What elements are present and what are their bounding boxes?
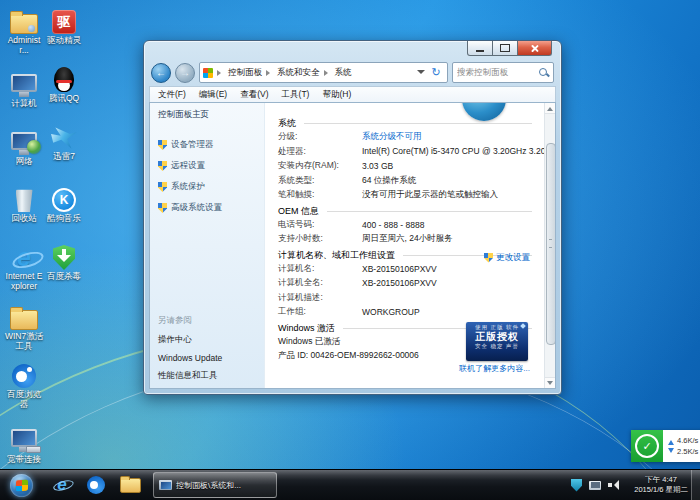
minimize-button[interactable]	[467, 41, 493, 56]
info-value: 64 位操作系统	[362, 175, 416, 187]
desktop-icon-kugou[interactable]: K 酷狗音乐	[44, 182, 84, 224]
sidebar-item-performance-tools[interactable]: 性能信息和工具	[158, 370, 222, 382]
desktop-icon-label: Internet Explorer	[4, 272, 44, 291]
breadcrumb-system[interactable]: 系统	[332, 67, 355, 79]
info-value: XB-20150106PXVV	[362, 278, 437, 288]
desktop-icon-internet-explorer[interactable]: e Internet Explorer	[4, 240, 44, 291]
sidebar-item-action-center[interactable]: 操作中心	[158, 334, 222, 346]
rating-link[interactable]: 系统分级不可用	[362, 131, 422, 143]
sidebar-item-advanced-settings[interactable]: 高级系统设置	[158, 202, 264, 214]
info-row: 处理器:Intel(R) Core(TM) i5-3470 CPU @ 3.20…	[278, 145, 532, 160]
info-row: 计算机全名:XB-20150106PXVV	[278, 276, 532, 291]
taskbar-explorer-button[interactable]	[113, 472, 147, 498]
refresh-button[interactable]: ↻	[428, 65, 444, 80]
sidebar-item-label: 设备管理器	[171, 139, 214, 151]
desktop-icon-recycle-bin[interactable]: 回收站	[4, 182, 44, 224]
menu-tools[interactable]: 工具(T)	[282, 89, 310, 101]
menu-edit[interactable]: 编辑(E)	[199, 89, 227, 101]
search-input[interactable]: 搜索控制面板	[452, 62, 554, 83]
genuine-windows-badge[interactable]: 使用 正版 软件 正版授权 安全 稳定 声誉	[466, 322, 528, 361]
info-label: 计算机全名:	[278, 277, 362, 289]
info-value: WORKGROUP	[362, 307, 420, 317]
desktop-icon-administrator[interactable]: Administr...	[4, 4, 44, 55]
show-desktop-button[interactable]	[691, 470, 700, 500]
tray-shield-icon[interactable]	[571, 479, 582, 492]
scrollbar[interactable]	[544, 103, 555, 388]
back-button[interactable]: ←	[151, 63, 171, 83]
learn-more-link[interactable]: 联机了解更多内容...	[459, 363, 530, 374]
menu-help[interactable]: 帮助(H)	[322, 89, 351, 101]
search-icon[interactable]	[539, 68, 549, 78]
close-button[interactable]	[518, 41, 552, 56]
security-ok-icon[interactable]: ✓	[631, 430, 663, 462]
desktop-icon-label: Administr...	[4, 36, 44, 55]
info-row: 安装内存(RAM):3.03 GB	[278, 159, 532, 174]
sidebar-item-control-panel-home[interactable]: 控制面板主页	[158, 109, 264, 121]
scroll-down-button[interactable]	[545, 377, 555, 388]
sidebar-item-device-manager[interactable]: 设备管理器	[158, 139, 264, 151]
tray-volume-icon[interactable]	[608, 480, 620, 491]
section-system: 系统 分级:系统分级不可用 处理器:Intel(R) Core(TM) i5-3…	[278, 117, 532, 203]
taskbar-clock[interactable]: 下午 4:47 2015/1/6 星期二	[634, 470, 688, 500]
clock-date: 2015/1/6 星期二	[634, 485, 688, 495]
window-body: 控制面板主页 设备管理器 远程设置 系统保护 高级系统设置 另请参阅 操作中心 …	[149, 102, 556, 389]
recycle-bin-icon	[16, 189, 33, 212]
menu-view[interactable]: 查看(V)	[240, 89, 268, 101]
ie-icon: e	[17, 245, 31, 270]
sidebar-item-system-protection[interactable]: 系统保护	[158, 181, 264, 193]
maximize-button[interactable]	[493, 41, 518, 56]
desktop-icon-qq[interactable]: 腾讯QQ	[44, 62, 84, 104]
info-row: 系统类型:64 位操作系统	[278, 174, 532, 189]
desktop-icon-network[interactable]: 网络	[4, 120, 44, 167]
taskbar-active-window-button[interactable]: 控制面板\系统和...	[153, 472, 277, 498]
tray-network-icon[interactable]	[589, 481, 601, 490]
info-label: 计算机描述:	[278, 292, 362, 304]
info-label: 工作组:	[278, 306, 362, 318]
desktop-icon-qudongjingling[interactable]: 驱 驱动精灵	[44, 4, 84, 46]
desktop-icon-label: 计算机	[4, 99, 44, 109]
desktop-icon-win7-activator[interactable]: WIN7激活工具	[4, 300, 44, 351]
system-window-icon	[159, 480, 172, 490]
green-shield-icon	[53, 245, 75, 270]
sidebar-item-remote-settings[interactable]: 远程设置	[158, 160, 264, 172]
taskbar-baidu-browser-button[interactable]	[79, 472, 113, 498]
start-button[interactable]	[10, 474, 33, 497]
navigation-bar: ← → 控制面板 系统和安全 系统 ↻ 搜索控制面板	[149, 60, 556, 85]
uac-shield-icon	[158, 140, 167, 150]
desktop-icon-label: 网络	[4, 157, 44, 167]
change-settings[interactable]: 更改设置	[484, 252, 530, 264]
section-header: 系统	[278, 117, 296, 130]
download-arrow-icon	[668, 448, 674, 456]
section-computer-name: 计算机名称、域和工作组设置 更改设置 计算机名:XB-20150106PXVV …	[278, 249, 532, 320]
breadcrumb-control-panel[interactable]: 控制面板	[225, 67, 265, 79]
desktop-icon-label: 百度浏览器	[4, 390, 44, 409]
desktop-icon-baidu-browser[interactable]: 百度浏览器	[4, 358, 44, 409]
desktop-icon-baidu-antivirus[interactable]: 百度杀毒	[44, 240, 84, 282]
scroll-up-button[interactable]	[545, 103, 555, 114]
badge-bottom-text: 安全 稳定 声誉	[466, 343, 528, 350]
taskbar-ie-button[interactable]: e	[45, 472, 79, 498]
desktop-icon-xunlei[interactable]: 迅雷7	[44, 120, 84, 162]
info-row: 笔和触摸:没有可用于此显示器的笔或触控输入	[278, 188, 532, 203]
sidebar-item-windows-update[interactable]: Windows Update	[158, 353, 222, 363]
net-speed-widget[interactable]: ✓ 4.6K/s 2.5K/s	[631, 430, 700, 462]
info-label: 笔和触摸:	[278, 189, 362, 201]
change-settings-link[interactable]: 更改设置	[496, 252, 530, 264]
menu-file[interactable]: 文件(F)	[158, 89, 186, 101]
desktop-icon-computer[interactable]: 计算机	[4, 62, 44, 109]
net-speed-panel: 4.6K/s 2.5K/s	[663, 430, 700, 462]
menu-bar: 文件(F) 编辑(E) 查看(V) 工具(T) 帮助(H)	[149, 86, 556, 103]
address-dropdown-icon[interactable]	[417, 70, 425, 78]
user-folder-icon	[10, 14, 38, 34]
desktop-icon-label: 腾讯QQ	[44, 94, 84, 104]
desktop-icon-label: 驱动精灵	[44, 36, 84, 46]
windows-flag-icon	[16, 479, 28, 491]
forward-button[interactable]: →	[175, 63, 195, 83]
info-value: 3.03 GB	[362, 161, 393, 171]
person-icon	[28, 25, 35, 32]
breadcrumb-system-security[interactable]: 系统和安全	[274, 67, 323, 79]
scrollbar-thumb[interactable]	[546, 143, 556, 345]
desktop-icon-broadband[interactable]: 宽带连接	[4, 417, 44, 465]
address-breadcrumb[interactable]: 控制面板 系统和安全 系统 ↻	[199, 62, 448, 83]
broadband-icon	[11, 429, 37, 447]
